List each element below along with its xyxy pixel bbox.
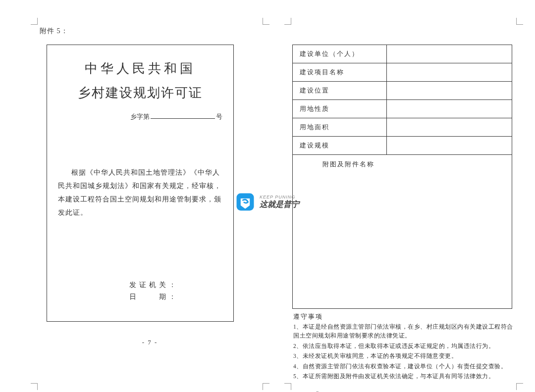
page-8: 建设单位（个人） 建设项目名称 建设位置 用地性质 用地面积 建设规模 [292,45,516,381]
watermark: KEEP PUNING 这就是普宁 [234,191,299,213]
cert-body-text: 根据《中华人民共和国土地管理法》《中华人民共和国城乡规划法》和国家有关规定，经审… [58,166,222,219]
table-row: 建设单位（个人） [293,45,512,63]
field-label-landuse: 用地性质 [293,100,387,118]
note-4: 4、自然资源主管部门依法有权查验本证，建设单位（个人）有责任提交查验。 [293,362,515,371]
cert-title-country: 中华人民共和国 [58,60,222,77]
note-5: 5、本证所需附图及附件由发证机关依法确定，与本证具有同等法律效力。 [293,372,515,381]
note-3: 3、未经发证机关审核同意，本证的各项规定不得随意变更。 [293,351,515,360]
note-1: 1、本证是经自然资源主管部门依法审核，在乡、村庄规划区内有关建设工程符合国土空间… [293,322,515,341]
field-label-unit: 建设单位（个人） [293,45,387,63]
field-label-area: 用地面积 [293,118,387,136]
table-row: 用地性质 [293,100,512,118]
field-label-scale: 建设规模 [293,137,387,154]
cert-no-prefix: 乡字第 [130,113,150,120]
page-number-8: - 8 - [292,390,516,392]
field-label-location: 建设位置 [293,82,387,99]
attachments-row: 附图及附件名称 [293,155,512,308]
field-value-project [387,63,512,81]
cert-no-suffix: 号 [216,113,222,120]
note-2: 2、依法应当取得本证，但未取得本证或违反本证规定的，均属违法行为。 [293,342,515,350]
issuer-label: 发证机关： [47,281,233,290]
certificate-box: 中华人民共和国 乡村建设规划许可证 乡字第号 根据《中华人民共和国土地管理法》《… [47,45,234,322]
notes-header: 遵守事项 [293,313,516,321]
attachments-header: 附图及附件名称 [293,155,512,172]
table-row: 建设规模 [293,137,512,155]
issue-date-label: 日 期： [47,293,233,301]
field-value-scale [387,137,512,154]
cert-title-name: 乡村建设规划许可证 [58,84,222,101]
page-number-7: - 7 - [40,339,260,346]
page-7: 附件 5： 中华人民共和国 乡村建设规划许可证 乡字第号 根据《中华人民共和国土… [40,27,260,373]
watermark-subtext: KEEP PUNING [260,195,299,199]
cert-issue-block: 发证机关： 日 期： [47,278,233,304]
field-value-landuse [387,100,512,118]
attachment-label: 附件 5： [40,27,260,36]
field-value-location [387,82,512,99]
cert-no-blank [151,112,215,119]
table-row: 建设位置 [293,82,512,100]
form-table: 建设单位（个人） 建设项目名称 建设位置 用地性质 用地面积 建设规模 [292,45,512,309]
watermark-text: 这就是普宁 [260,199,299,210]
field-value-unit [387,45,512,63]
attachments-space [293,172,512,308]
field-value-area [387,118,512,136]
watermark-logo-icon [234,191,257,213]
field-label-project: 建设项目名称 [293,63,387,81]
table-row: 用地面积 [293,118,512,137]
cert-number-line: 乡字第号 [58,112,222,121]
notes-list: 1、本证是经自然资源主管部门依法审核，在乡、村庄规划区内有关建设工程符合国土空间… [292,322,516,381]
table-row: 建设项目名称 [293,63,512,82]
